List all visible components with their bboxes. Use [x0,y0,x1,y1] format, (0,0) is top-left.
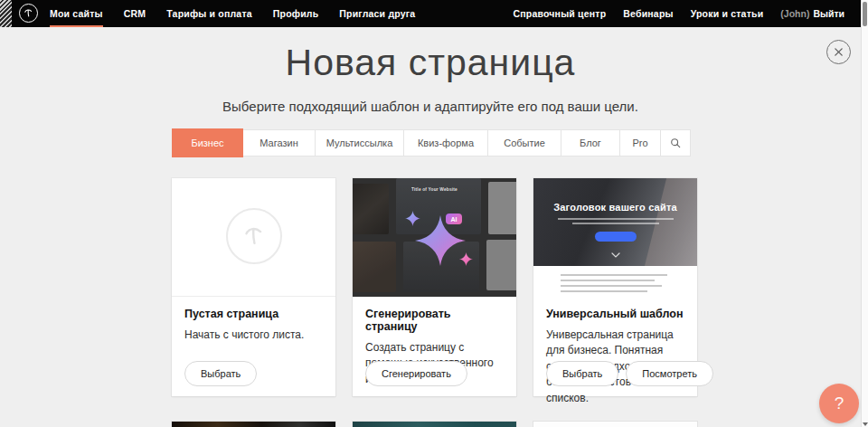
tab-business[interactable]: Бизнес [172,128,243,157]
tab-pro[interactable]: Pro [619,129,661,157]
card-description: Начать с чистого листа. [184,327,323,343]
ai-badge: AI [446,214,462,224]
nav-crm[interactable]: CRM [124,0,146,27]
background-pattern-strip [0,0,12,27]
choose-blank-button[interactable]: Выбрать [184,361,257,386]
nav-invite-friend[interactable]: Пригласи друга [339,0,415,27]
tab-shop[interactable]: Магазин [242,129,316,157]
nav-profile[interactable]: Профиль [273,0,319,27]
choose-template-button[interactable]: Выбрать [546,361,618,386]
tab-event[interactable]: Событие [487,129,561,157]
tilda-logo[interactable] [19,4,38,23]
preview-hero: Заголовок вашего сайта [533,178,697,266]
preview-text-lines [561,274,669,292]
blank-page-preview [172,178,335,297]
preview-hero-button [595,232,637,242]
scrollbar-thumb[interactable] [863,2,867,26]
tab-quiz-form[interactable]: Квиз-форма [403,129,488,157]
template-card-partial[interactable] [533,422,697,427]
ai-preview-collage: Title of Your Website AI [353,178,516,297]
card-body: Сгенерировать страницу Создать страницу … [353,297,516,396]
template-card-blank-page[interactable]: Пустая страница Начать с чистого листа. … [172,178,335,396]
sparkle-pink-icon [459,252,473,266]
tilda-watermark-icon [226,208,282,264]
generate-button[interactable]: Сгенерировать [365,361,467,386]
user-name: (John) [780,8,809,19]
page-title: Новая страница [0,42,861,84]
logout-link[interactable]: Выйти [813,8,844,19]
new-page-modal-screen: Мои сайты CRM Тарифы и оплата Профиль Пр… [0,0,868,427]
tilda-logo-icon [22,6,35,20]
chevron-down-icon [611,252,620,258]
card-title: Пустая страница [184,308,323,320]
template-card-partial[interactable] [172,422,335,427]
scrollbar-down-arrow[interactable] [863,422,868,426]
card-body: Универсальный шаблон Универсальная стран… [533,297,697,396]
card-title: Сгенерировать страницу [365,308,504,333]
template-card-partial[interactable] [353,422,516,427]
preview-hero-title: Заголовок вашего сайта [533,202,697,213]
primary-nav: Мои сайты CRM Тарифы и оплата Профиль Пр… [50,0,415,27]
template-card-universal[interactable]: Заголовок вашего сайта Универсальный шаб… [533,178,697,396]
vertical-scrollbar[interactable] [861,0,868,427]
tab-blog[interactable]: Блог [561,129,620,157]
nav-webinars[interactable]: Вебинары [623,0,673,27]
universal-preview: Заголовок вашего сайта [533,178,697,297]
template-card-ai-generate[interactable]: Title of Your Website AI Сгенерировать с… [353,178,516,396]
top-navigation-bar: Мои сайты CRM Тарифы и оплата Профиль Пр… [0,0,861,27]
nav-my-sites[interactable]: Мои сайты [50,0,103,27]
nav-lessons[interactable]: Уроки и статьи [691,0,764,27]
secondary-nav: Справочный центр Вебинары Уроки и статьи… [513,0,844,27]
tab-multilink[interactable]: Мультиссылка [315,129,404,157]
nav-help-center[interactable]: Справочный центр [513,0,606,27]
card-title: Универсальный шаблон [546,308,684,320]
nav-tariffs[interactable]: Тарифы и оплата [166,0,252,27]
page-subtitle: Выберите подходящий шаблон и адаптируйте… [0,99,861,114]
view-template-button[interactable]: Посмотреть [626,361,713,386]
user-session: (John) Выйти [780,8,844,19]
card-body: Пустая страница Начать с чистого листа. … [172,297,335,396]
tab-search[interactable] [660,129,691,157]
help-chat-button[interactable]: ? [819,384,859,423]
search-icon [670,138,681,148]
collage-caption: Title of Your Website [385,187,484,192]
template-category-tabs: Бизнес Магазин Мультиссылка Квиз-форма С… [172,129,691,157]
